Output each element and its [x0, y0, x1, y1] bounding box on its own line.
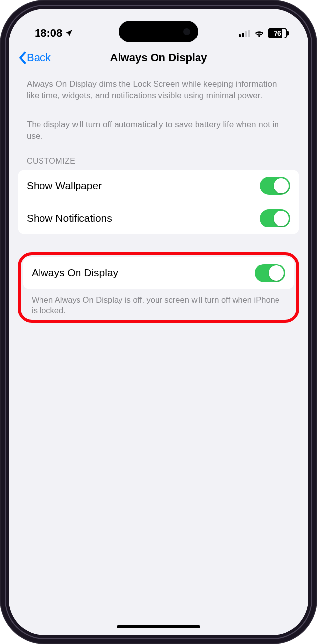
battery-level: 76 — [274, 29, 281, 37]
svg-rect-0 — [239, 34, 241, 37]
wifi-icon — [254, 29, 265, 37]
back-label: Back — [27, 51, 51, 64]
highlight-callout: Always On Display When Always On Display… — [18, 252, 299, 323]
nav-bar: Back Always On Display — [9, 44, 308, 72]
row-label: Always On Display — [32, 267, 118, 279]
clock: 18:08 — [35, 27, 62, 39]
switch-show-wallpaper[interactable] — [260, 177, 290, 195]
volume-up-button — [0, 141, 0, 180]
row-always-on-display[interactable]: Always On Display — [23, 257, 294, 289]
customize-group: Show Wallpaper Show Notifications — [18, 170, 299, 234]
svg-rect-2 — [245, 31, 247, 37]
aod-group: Always On Display — [23, 257, 294, 289]
location-icon — [64, 29, 73, 38]
home-indicator[interactable] — [117, 625, 200, 628]
volume-down-button — [0, 190, 0, 229]
screen: 18:08 76 — [9, 9, 308, 635]
status-right: 76 — [239, 28, 287, 38]
status-left: 18:08 — [35, 27, 73, 39]
cellular-icon — [239, 29, 251, 37]
device-frame: 18:08 76 — [0, 0, 317, 644]
svg-rect-1 — [242, 33, 244, 37]
row-label: Show Wallpaper — [27, 180, 102, 191]
description-2: The display will turn off automatically … — [18, 113, 299, 142]
page-title: Always On Display — [9, 51, 308, 64]
switch-always-on-display[interactable] — [255, 264, 285, 282]
content: Always On Display dims the Lock Screen w… — [9, 72, 308, 323]
dynamic-island — [119, 21, 198, 42]
row-show-notifications[interactable]: Show Notifications — [18, 202, 299, 234]
row-show-wallpaper[interactable]: Show Wallpaper — [18, 170, 299, 202]
description-1: Always On Display dims the Lock Screen w… — [18, 72, 299, 102]
battery-icon: 76 — [268, 28, 287, 38]
row-label: Show Notifications — [27, 212, 112, 224]
svg-rect-3 — [248, 30, 250, 37]
silence-switch — [0, 99, 0, 118]
switch-show-notifications[interactable] — [260, 209, 290, 227]
aod-footer-note: When Always On Display is off, your scre… — [23, 289, 294, 317]
back-button[interactable]: Back — [18, 51, 51, 64]
section-header-customize: CUSTOMIZE — [18, 142, 299, 170]
